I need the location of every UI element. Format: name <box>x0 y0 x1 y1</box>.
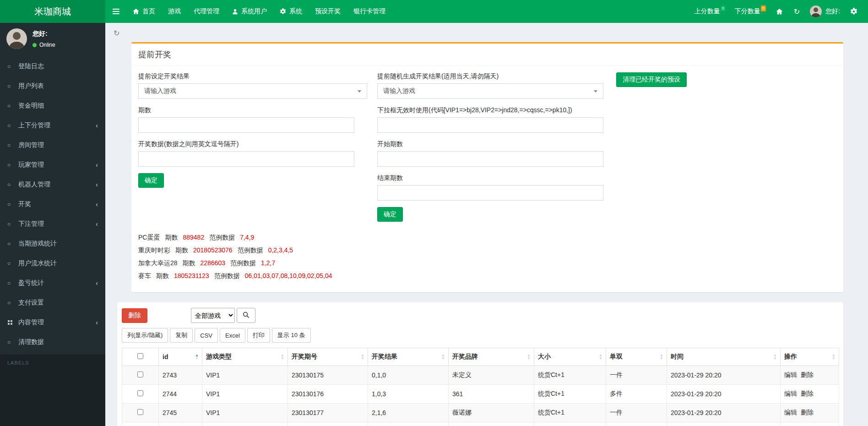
sidebar: 您好: Online ○ 登陆日志 ○ 用户列表 ○ <box>0 23 105 426</box>
navbar-item-label: 预设开奖 <box>315 7 341 16</box>
sidebar-menu-item[interactable]: 内容管理 ‹ <box>0 312 105 332</box>
table-row: 2746 VIP1 230130178 5,5,1 华为 统货Ct+1 一件 2… <box>122 422 839 426</box>
fallback-code-input[interactable] <box>377 117 603 133</box>
game-filter-select[interactable]: 全部游戏 <box>191 308 235 323</box>
delete-link[interactable]: 删除 <box>801 409 814 416</box>
table-tool-button[interactable]: 打印 <box>247 328 270 343</box>
column-header[interactable]: 大小 ▲▼ <box>534 348 606 366</box>
example-line: PC蛋蛋 期数 889482 范例数据 7,4,9 <box>138 231 836 244</box>
table-tool-button[interactable]: 复制 <box>170 328 193 343</box>
sidebar-menu-item[interactable]: ○ 登陆日志 <box>0 56 105 76</box>
column-header[interactable]: 单双 ▲▼ <box>606 348 667 366</box>
chevron-left-icon: ‹ <box>96 279 98 287</box>
refresh-icon: ↻ <box>794 7 800 16</box>
table-tool-button[interactable]: 列(显示/隐藏) <box>122 328 168 343</box>
navbar-settings-button[interactable] <box>846 0 862 23</box>
edit-link[interactable]: 编辑 <box>784 371 797 378</box>
brand-logo[interactable]: 米珈商城 <box>0 0 105 23</box>
cell-brand: 华为 <box>449 422 534 426</box>
sidebar-menu-item[interactable]: ○ 房间管理 <box>0 135 105 155</box>
navbar-item[interactable]: 系统用户 <box>226 0 273 23</box>
navbar-item[interactable]: 游戏 <box>162 0 187 23</box>
search-button[interactable] <box>237 308 255 323</box>
column-header[interactable]: 开奖结果 ▲▼ <box>368 348 449 366</box>
row-checkbox[interactable] <box>137 390 143 396</box>
navbar-item[interactable]: 预设开奖 <box>309 0 347 23</box>
navbar-item[interactable]: 首页 <box>126 0 162 23</box>
sidebar-menu-item[interactable]: ○ 玩家管理 ‹ <box>0 155 105 175</box>
sidebar-menu-item[interactable]: ○ 上下分管理 ‹ <box>0 115 105 135</box>
navbar-item[interactable]: 代理管理 <box>187 0 226 23</box>
column-header-label: 开奖品牌 <box>452 353 478 360</box>
edit-link[interactable]: 编辑 <box>784 390 797 397</box>
cell-result: 1,0,3 <box>368 385 449 404</box>
table-toolbar: 列(显示/隐藏) 复制 CSV Excel 打印 显示 10 条 <box>122 328 839 343</box>
user-avatar <box>6 28 27 49</box>
game-select[interactable]: 请输入游戏 <box>138 83 367 99</box>
column-header[interactable]: 时间 ▲▼ <box>667 348 781 366</box>
confirm-button-left[interactable]: 确定 <box>138 173 164 188</box>
cell-issue: 230130178 <box>288 422 368 426</box>
sidebar-item-label: 内容管理 <box>18 318 44 327</box>
bulk-delete-button[interactable]: 删除 <box>122 308 147 323</box>
example-sample-value: 1,2,7 <box>261 257 275 269</box>
navbar-item-label: 代理管理 <box>194 7 219 16</box>
confirm-button-right[interactable]: 确定 <box>377 207 403 222</box>
row-checkbox[interactable] <box>137 409 143 415</box>
table-tool-button[interactable]: CSV <box>195 328 218 343</box>
sidebar-item-label: 上下分管理 <box>18 121 50 130</box>
table-tool-button[interactable]: 显示 10 条 <box>272 328 311 343</box>
navbar-home-button[interactable] <box>772 0 787 23</box>
sidebar-menu-item[interactable]: ○ 下注管理 ‹ <box>0 214 105 234</box>
sort-icons: ▲▼ <box>832 354 835 360</box>
navbar-refresh-button[interactable]: ↻ <box>790 0 804 23</box>
down-score-badge: 0 <box>761 5 766 11</box>
sidebar-menu-item[interactable]: ○ 资金明细 <box>0 96 105 115</box>
navbar-item[interactable]: 系统 <box>273 0 309 23</box>
start-issue-label: 开始期数 <box>377 140 603 148</box>
sidebar-menu-item[interactable]: ○ 当期游戏统计 <box>0 234 105 253</box>
game-select-random[interactable]: 请输入游戏 <box>377 83 603 99</box>
user-menu[interactable]: 您好: <box>807 5 843 17</box>
column-header[interactable]: id ▲▼ <box>159 348 202 366</box>
preset-form: 提前设定开奖结果 请输入游戏 期数 开奖数据(数据之间用英文逗号隔开) 确定 <box>138 71 367 188</box>
sidebar-menu-item[interactable]: ○ 支付设置 <box>0 293 105 312</box>
issue-input[interactable] <box>138 117 354 133</box>
draw-data-input[interactable] <box>138 151 354 167</box>
down-score-item[interactable]: 下分数量0 <box>732 7 769 16</box>
page-refresh-icon[interactable]: ↻ <box>114 29 119 37</box>
sidebar-menu-item[interactable]: ○ 机器人管理 ‹ <box>0 175 105 194</box>
sidebar-toggle-button[interactable] <box>105 0 126 23</box>
column-header[interactable]: 开奖期号 ▲▼ <box>288 348 368 366</box>
cell-result: 0,1,0 <box>368 366 449 385</box>
clear-presets-button[interactable]: 清理已经开奖的预设 <box>616 72 687 87</box>
column-header-label: 大小 <box>538 353 551 360</box>
chevron-down-icon <box>358 90 361 93</box>
select-all-checkbox[interactable] <box>137 353 143 359</box>
circle-icon: ○ <box>7 122 18 129</box>
row-checkbox[interactable] <box>137 371 143 377</box>
user-avatar <box>810 5 822 17</box>
sidebar-menu-item[interactable]: ○ 清理数据 <box>0 332 105 352</box>
sidebar-item-label: 盈亏统计 <box>18 279 44 287</box>
sidebar-menu-item[interactable]: ○ 开奖 ‹ <box>0 194 105 214</box>
sidebar-menu-item[interactable]: ○ 用户列表 <box>0 76 105 96</box>
cell-issue: 230130176 <box>288 385 368 404</box>
sidebar-filler <box>0 371 105 426</box>
circle-icon: ○ <box>7 260 18 267</box>
delete-link[interactable]: 删除 <box>801 390 814 397</box>
column-header[interactable]: 游戏类型 ▲▼ <box>202 348 288 366</box>
sidebar-menu-item[interactable]: ○ 盈亏统计 ‹ <box>0 273 105 293</box>
cell-time: 2023-01-29 20:20 <box>667 366 781 385</box>
end-issue-input[interactable] <box>377 185 603 201</box>
up-score-item[interactable]: 上分数量0 <box>691 7 729 16</box>
navbar-item[interactable]: 银行卡管理 <box>347 0 392 23</box>
column-header[interactable]: 开奖品牌 ▲▼ <box>449 348 534 366</box>
start-issue-input[interactable] <box>377 151 603 167</box>
edit-link[interactable]: 编辑 <box>784 409 797 416</box>
circle-icon: ○ <box>7 280 18 286</box>
sidebar-menu-item[interactable]: ○ 用户流水统计 <box>0 253 105 273</box>
table-tool-button[interactable]: Excel <box>220 328 245 343</box>
column-header[interactable]: 操作 ▲▼ <box>781 348 839 366</box>
delete-link[interactable]: 删除 <box>801 371 814 378</box>
